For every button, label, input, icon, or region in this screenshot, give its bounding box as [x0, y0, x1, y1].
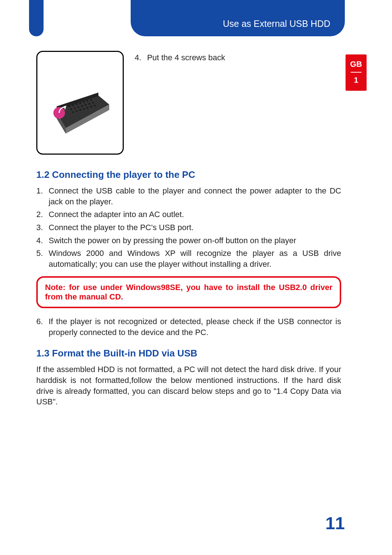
badge-separator: [351, 72, 362, 73]
svg-point-19: [92, 102, 94, 103]
step-4-label: Put the 4 screws back: [147, 53, 225, 62]
page-header: Use as External USB HDD: [0, 0, 392, 36]
list-item-text: Connect the adapter into an AC outlet.: [49, 209, 341, 220]
svg-point-8: [76, 103, 77, 105]
list-item-number: 3.: [36, 222, 49, 233]
list-item-text: Windows 2000 and Windows XP will recogni…: [49, 248, 341, 269]
step-4-number: 4.: [135, 53, 145, 62]
list-item: 6.If the player is not recognized or det…: [36, 316, 341, 338]
list-item-number: 1.: [36, 185, 49, 207]
svg-point-17: [85, 104, 86, 106]
svg-point-26: [94, 105, 95, 106]
svg-point-9: [79, 102, 81, 104]
section-1-2-steps-continued: 6.If the player is not recognized or det…: [36, 316, 341, 338]
section-1-3-body: If the assembled HDD is not formatted, a…: [36, 364, 341, 407]
section-1-2-steps: 1.Connect the USB cable to the player an…: [36, 185, 341, 270]
list-item-text: Connect the player to the PC's USB port.: [49, 222, 341, 233]
svg-point-12: [90, 99, 92, 101]
header-title: Use as External USB HDD: [223, 19, 330, 29]
warning-note-box: Note: for use under Windows98SE, you hav…: [36, 276, 341, 308]
svg-point-14: [74, 107, 75, 109]
svg-point-7: [72, 105, 74, 106]
svg-point-24: [87, 107, 88, 109]
section-1-3-heading: 1.3 Format the Built-in HDD via USB: [36, 348, 341, 359]
list-item: 3.Connect the player to the PC's USB por…: [36, 222, 341, 233]
step-4-text: 4. Put the 4 screws back: [135, 51, 225, 62]
list-item: 1.Connect the USB cable to the player an…: [36, 185, 341, 207]
device-illustration: [36, 51, 124, 155]
list-item: 2.Connect the adapter into an AC outlet.: [36, 209, 341, 220]
header-title-tab: Use as External USB HDD: [131, 0, 345, 36]
list-item-text: If the player is not recognized or detec…: [49, 316, 341, 338]
list-item-text: Connect the USB cable to the player and …: [49, 185, 341, 207]
page-number: 11: [326, 513, 345, 533]
badge-language: GB: [350, 60, 362, 69]
language-chapter-badge: GB 1: [346, 54, 367, 91]
header-left-ornament: [29, 0, 44, 36]
svg-point-6: [69, 106, 70, 107]
badge-chapter: 1: [354, 76, 358, 85]
svg-point-25: [90, 106, 92, 107]
svg-point-18: [89, 103, 90, 105]
svg-point-11: [87, 100, 88, 102]
warning-note-text: Note: for use under Windows98SE, you hav…: [45, 283, 332, 301]
svg-point-13: [70, 109, 72, 110]
svg-point-16: [81, 105, 83, 107]
svg-point-23: [83, 108, 85, 110]
page-content: 4. Put the 4 screws back 1.2 Connecting …: [36, 51, 341, 411]
list-item-number: 6.: [36, 316, 49, 338]
svg-point-15: [78, 106, 79, 108]
list-item-number: 4.: [36, 235, 49, 246]
svg-point-21: [76, 110, 77, 112]
figure-and-step-row: 4. Put the 4 screws back: [36, 51, 341, 155]
section-1-2-heading: 1.2 Connecting the player to the PC: [36, 169, 341, 180]
svg-point-20: [72, 111, 74, 113]
list-item-number: 2.: [36, 209, 49, 220]
list-item: 4.Switch the power on by pressing the po…: [36, 235, 341, 246]
svg-point-10: [83, 101, 85, 103]
list-item: 5.Windows 2000 and Windows XP will recog…: [36, 248, 341, 269]
hdd-device-icon: [44, 66, 117, 139]
list-item-number: 5.: [36, 248, 49, 269]
svg-point-22: [79, 109, 81, 111]
list-item-text: Switch the power on by pressing the powe…: [49, 235, 341, 246]
